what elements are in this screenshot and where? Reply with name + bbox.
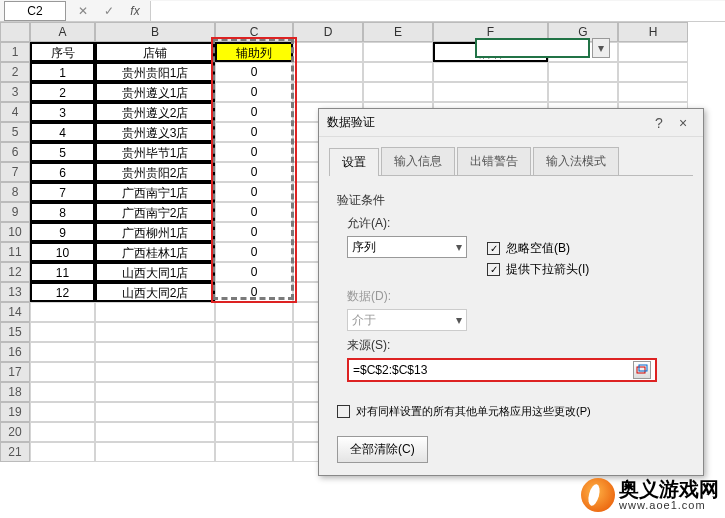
cell-C4[interactable]: 0 (215, 102, 293, 122)
clear-all-button[interactable]: 全部清除(C) (337, 436, 428, 463)
cell-A5[interactable]: 4 (30, 122, 95, 142)
cell-C3[interactable]: 0 (215, 82, 293, 102)
cell-A18[interactable] (30, 382, 95, 402)
cell-D1[interactable] (293, 42, 363, 62)
col-header-C[interactable]: C (215, 22, 293, 42)
cell-B6[interactable]: 贵州毕节1店 (95, 142, 215, 162)
cell-A6[interactable]: 5 (30, 142, 95, 162)
cell-B18[interactable] (95, 382, 215, 402)
cell-A9[interactable]: 8 (30, 202, 95, 222)
cell-F1[interactable]: 店名 (433, 42, 548, 62)
row-header-17[interactable]: 17 (0, 362, 30, 382)
row-header-4[interactable]: 4 (0, 102, 30, 122)
cell-C13[interactable]: 0 (215, 282, 293, 302)
row-header-2[interactable]: 2 (0, 62, 30, 82)
cell-B5[interactable]: 贵州遵义3店 (95, 122, 215, 142)
fx-icon[interactable]: fx (126, 2, 144, 20)
cell-B9[interactable]: 广西南宁2店 (95, 202, 215, 222)
cell-C2[interactable]: 0 (215, 62, 293, 82)
row-header-19[interactable]: 19 (0, 402, 30, 422)
cell-B15[interactable] (95, 322, 215, 342)
cell-B11[interactable]: 广西桂林1店 (95, 242, 215, 262)
cell-A19[interactable] (30, 402, 95, 422)
col-header-E[interactable]: E (363, 22, 433, 42)
cell-A21[interactable] (30, 442, 95, 462)
col-header-A[interactable]: A (30, 22, 95, 42)
row-header-21[interactable]: 21 (0, 442, 30, 462)
cell-B19[interactable] (95, 402, 215, 422)
row-header-3[interactable]: 3 (0, 82, 30, 102)
row-header-6[interactable]: 6 (0, 142, 30, 162)
cell-C15[interactable] (215, 322, 293, 342)
cell-C7[interactable]: 0 (215, 162, 293, 182)
cell-A3[interactable]: 2 (30, 82, 95, 102)
row-header-18[interactable]: 18 (0, 382, 30, 402)
tab-error-alert[interactable]: 出错警告 (457, 147, 531, 175)
cell-C9[interactable]: 0 (215, 202, 293, 222)
cell-H2[interactable] (618, 62, 688, 82)
row-header-11[interactable]: 11 (0, 242, 30, 262)
cell-C1[interactable]: 辅助列 (215, 42, 293, 62)
cell-A17[interactable] (30, 362, 95, 382)
cell-B21[interactable] (95, 442, 215, 462)
cell-C6[interactable]: 0 (215, 142, 293, 162)
ignore-blank-checkbox[interactable]: ✓ (487, 242, 500, 255)
cell-C11[interactable]: 0 (215, 242, 293, 262)
cell-A8[interactable]: 7 (30, 182, 95, 202)
row-header-5[interactable]: 5 (0, 122, 30, 142)
cell-B12[interactable]: 山西大同1店 (95, 262, 215, 282)
cell-C19[interactable] (215, 402, 293, 422)
cell-C21[interactable] (215, 442, 293, 462)
cell-A2[interactable]: 1 (30, 62, 95, 82)
cell-E3[interactable] (363, 82, 433, 102)
cell-C14[interactable] (215, 302, 293, 322)
cell-F3[interactable] (433, 82, 548, 102)
cell-G3[interactable] (548, 82, 618, 102)
cell-F2[interactable] (433, 62, 548, 82)
cell-A15[interactable] (30, 322, 95, 342)
close-button[interactable]: × (671, 115, 695, 131)
cell-B3[interactable]: 贵州遵义1店 (95, 82, 215, 102)
cell-B1[interactable]: 店铺 (95, 42, 215, 62)
cell-B8[interactable]: 广西南宁1店 (95, 182, 215, 202)
cell-A13[interactable]: 12 (30, 282, 95, 302)
row-header-1[interactable]: 1 (0, 42, 30, 62)
row-header-12[interactable]: 12 (0, 262, 30, 282)
row-header-16[interactable]: 16 (0, 342, 30, 362)
row-header-10[interactable]: 10 (0, 222, 30, 242)
cell-B7[interactable]: 贵州贵阳2店 (95, 162, 215, 182)
cell-B14[interactable] (95, 302, 215, 322)
cell-B2[interactable]: 贵州贵阳1店 (95, 62, 215, 82)
col-header-H[interactable]: H (618, 22, 688, 42)
cell-G2[interactable] (548, 62, 618, 82)
cell-C17[interactable] (215, 362, 293, 382)
cell-A11[interactable]: 10 (30, 242, 95, 262)
row-header-14[interactable]: 14 (0, 302, 30, 322)
row-header-20[interactable]: 20 (0, 422, 30, 442)
col-header-F[interactable]: F (433, 22, 548, 42)
select-all-corner[interactable] (0, 22, 30, 42)
source-input[interactable] (353, 363, 629, 377)
cell-D3[interactable] (293, 82, 363, 102)
cell-A14[interactable] (30, 302, 95, 322)
cell-B4[interactable]: 贵州遵义2店 (95, 102, 215, 122)
allow-select[interactable]: 序列 ▾ (347, 236, 467, 258)
tab-settings[interactable]: 设置 (329, 148, 379, 176)
range-picker-button[interactable] (633, 361, 651, 379)
tab-input-message[interactable]: 输入信息 (381, 147, 455, 175)
col-header-D[interactable]: D (293, 22, 363, 42)
cell-A10[interactable]: 9 (30, 222, 95, 242)
cell-H1[interactable] (618, 42, 688, 62)
cell-B16[interactable] (95, 342, 215, 362)
cell-B13[interactable]: 山西大同2店 (95, 282, 215, 302)
cell-B20[interactable] (95, 422, 215, 442)
cell-C5[interactable]: 0 (215, 122, 293, 142)
col-header-B[interactable]: B (95, 22, 215, 42)
cell-B17[interactable] (95, 362, 215, 382)
cell-C18[interactable] (215, 382, 293, 402)
cell-A4[interactable]: 3 (30, 102, 95, 122)
formula-bar[interactable] (150, 1, 725, 21)
cell-A1[interactable]: 序号 (30, 42, 95, 62)
name-box[interactable]: C2 (4, 1, 66, 21)
cell-B10[interactable]: 广西柳州1店 (95, 222, 215, 242)
